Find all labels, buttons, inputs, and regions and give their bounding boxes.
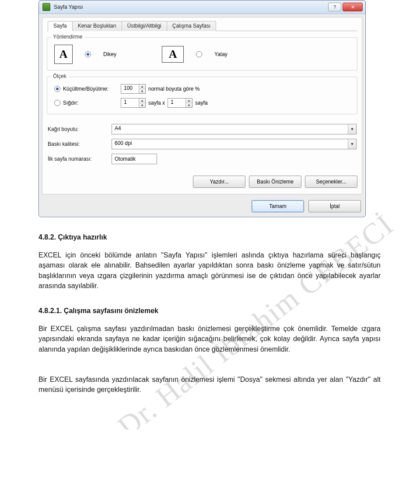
print-quality-label: Baskı kalitesi: — [48, 141, 109, 147]
adjust-suffix: normal boyuta göre % — [148, 86, 200, 92]
adjust-label: Küçültme/Büyütme: — [63, 86, 118, 92]
paper-size-combo[interactable]: A4 ▼ — [112, 124, 357, 134]
portrait-label: Dikey — [103, 51, 116, 57]
paragraph: Bir EXCEL çalışma sayfası yazdırılmadan … — [38, 324, 381, 354]
fit-radio[interactable] — [54, 100, 60, 106]
first-page-input[interactable]: Otomatik — [112, 154, 157, 164]
close-button[interactable]: ✕ — [343, 3, 363, 11]
tab-strip: Sayfa Kenar Boşlukları Üstbilgi/Altbilgi… — [47, 21, 357, 31]
fit-width-spinner[interactable]: 1 ▲▼ — [121, 98, 146, 108]
titlebar[interactable]: Sayfa Yapısı ? ✕ — [39, 0, 365, 14]
fit-label: Sığdır: — [63, 100, 118, 106]
excel-app-icon — [42, 3, 50, 11]
fit-suffix: sayfa — [195, 100, 208, 106]
adjust-spinner[interactable]: 100 ▲▼ — [121, 84, 146, 94]
paper-size-value: A4 — [112, 124, 348, 134]
heading-482: 4.8.2. Çıktıya hazırlık — [38, 232, 381, 242]
spinner-down-icon[interactable]: ▼ — [186, 103, 192, 108]
paragraph: Bir EXCEL sayfasında yazdırılacak sayfan… — [38, 374, 381, 395]
adjust-radio[interactable] — [54, 86, 60, 92]
dialog-title: Sayfa Yapısı — [54, 4, 327, 10]
landscape-label: Yatay — [214, 51, 228, 57]
tab-page[interactable]: Sayfa — [48, 21, 73, 31]
fit-mid-label: sayfa x — [148, 100, 165, 106]
dropdown-icon[interactable]: ▼ — [348, 124, 356, 134]
spinner-down-icon[interactable]: ▼ — [139, 103, 145, 108]
fit-width-value: 1 — [121, 99, 139, 107]
ok-button[interactable]: Tamam — [252, 200, 304, 212]
tab-sheet[interactable]: Çalışma Sayfası — [167, 21, 216, 31]
print-quality-value: 600 dpi — [112, 139, 348, 149]
spinner-up-icon[interactable]: ▲ — [186, 99, 192, 103]
page-setup-dialog: Sayfa Yapısı ? ✕ Sayfa Kenar Boşlukları … — [38, 0, 366, 217]
document-body: 4.8.2. Çıktıya hazırlık EXCEL için öncek… — [38, 232, 381, 395]
spinner-down-icon[interactable]: ▼ — [139, 89, 145, 94]
landscape-radio[interactable] — [196, 51, 202, 57]
options-button[interactable]: Seçenekler... — [305, 176, 357, 188]
tab-header-footer[interactable]: Üstbilgi/Altbilgi — [122, 21, 167, 31]
tab-margins[interactable]: Kenar Boşlukları — [72, 21, 122, 31]
adjust-value: 100 — [121, 85, 139, 93]
print-quality-combo[interactable]: 600 dpi ▼ — [112, 139, 357, 149]
help-button[interactable]: ? — [328, 3, 341, 11]
heading-4821: 4.8.2.1. Çalışma sayfasını önizlemek — [38, 306, 381, 316]
print-button[interactable]: Yazdır... — [193, 176, 245, 188]
portrait-page-icon: A — [54, 45, 73, 64]
print-preview-button[interactable]: Baskı Önizleme — [249, 176, 301, 188]
landscape-page-icon: A — [162, 46, 184, 63]
portrait-radio[interactable] — [85, 51, 91, 57]
fit-height-spinner[interactable]: 1 ▲▼ — [168, 98, 192, 108]
spinner-up-icon[interactable]: ▲ — [139, 99, 145, 103]
orientation-legend: Yönlendirme — [51, 34, 84, 40]
scale-group: Ölçek Küçültme/Büyütme: 100 ▲▼ normal bo… — [47, 77, 357, 114]
first-page-label: İlk sayfa numarası: — [48, 156, 109, 162]
paragraph: EXCEL için önceki bölümde anlatın "Sayfa… — [38, 250, 381, 291]
scale-legend: Ölçek — [51, 73, 69, 79]
cancel-button[interactable]: İptal — [308, 200, 361, 212]
dropdown-icon[interactable]: ▼ — [348, 139, 356, 149]
orientation-group: Yönlendirme A Dikey A Yatay — [47, 37, 357, 70]
paper-size-label: Kağıt boyutu: — [48, 126, 109, 132]
spinner-up-icon[interactable]: ▲ — [139, 85, 145, 89]
fit-height-value: 1 — [168, 99, 186, 107]
